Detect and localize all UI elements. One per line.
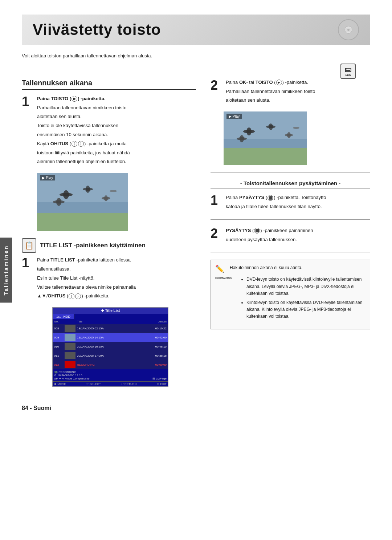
section1-step1: 1 Paina TOISTO (▶) -painiketta. Parhaill… — [22, 95, 196, 167]
tl-thumb — [65, 343, 75, 350]
left-screenshot: ▶ Play — [37, 173, 128, 231]
titlelist-header: 📋 TITLE LIST -painikkeen käyttäminen — [22, 238, 196, 253]
tl-thumb — [65, 352, 75, 359]
tl-thumb — [65, 325, 75, 332]
col-length: Length — [148, 320, 167, 323]
divider3 — [211, 252, 370, 252]
tl-bottom: 📹 RECORDING ⊙ 18/JAN/2005 12:15 SP ✦ V-M… — [53, 369, 168, 381]
svg-point-22 — [269, 123, 273, 130]
hdd-icon: 🖴 HDD — [340, 64, 356, 79]
title-list-section: 📋 TITLE LIST -painikkeen käyttäminen 1 P… — [22, 238, 196, 387]
birds-svg-left — [37, 173, 128, 231]
tl-row: 010 20/JAN/2005 16:55A 00:48:15 — [53, 342, 168, 351]
stop-step1-num: 1 — [211, 194, 221, 207]
divider2 — [211, 219, 370, 220]
tl-thumb — [65, 334, 75, 341]
right-screenshot: ▶ Play — [224, 111, 307, 165]
tl-row: 009 19/JAN/2005 14:15A 00:42:00 — [53, 333, 168, 342]
play-indicator-left: ▶ Play — [40, 175, 55, 180]
svg-point-3 — [338, 28, 359, 32]
pencil-icon: ✏️ — [215, 264, 226, 273]
col-thumb — [65, 320, 75, 323]
step1-number: 1 — [22, 95, 33, 108]
note2-text: DVD-levyn toisto on käytettävissä kiinto… — [241, 276, 366, 322]
titlelist-icon: 📋 — [22, 238, 36, 253]
tl-row: 008 18/JAN/2005 02:15A 00:10:22 — [53, 324, 168, 333]
col-title: Title — [77, 320, 147, 323]
note-row2: HUOMAUTUS DVD-levyn toisto on käytettävi… — [215, 276, 366, 322]
stop-step2-num: 2 — [211, 227, 221, 240]
svg-rect-5 — [37, 213, 128, 231]
col-no: No. — [54, 320, 63, 323]
tl-tab-hdd: 1st : HDD — [53, 314, 74, 319]
stop-step1: 1 Paina PYSÄYTYS (⬛) -painiketta. Toisto… — [211, 194, 370, 212]
right-step2: 2 Paina OK- tai TOISTO (▶) -painiketta. … — [211, 79, 370, 106]
section1-title: Tallennuksen aikana — [22, 79, 92, 87]
right-step2-content: Paina OK- tai TOISTO (▶) -painiketta. Pa… — [226, 79, 370, 106]
tl-tabs: 1st : HDD — [53, 314, 168, 319]
step1-content: Paina TOISTO (▶) -painiketta. Parhaillaa… — [37, 95, 196, 167]
tl-row: 012 RECORDING 00:00:00 — [53, 360, 168, 369]
titlelist-heading: TITLE LIST -painikkeen käyttäminen — [40, 242, 146, 249]
note-row1: ✏️ Hakutoiminnon aikana ei kuulu ääntä. — [215, 264, 366, 273]
right-step2-num: 2 — [211, 79, 221, 92]
title-banner: Viivästetty toisto — [22, 15, 370, 45]
tl-col-headers: No. Title Length — [53, 319, 168, 324]
tl-thumb — [65, 361, 75, 368]
disc-icon — [338, 19, 359, 41]
note1-text: Hakutoiminnon aikana ei kuulu ääntä. — [230, 264, 302, 271]
stop-step1-content: Paina PYSÄYTYS (⬛) -painiketta. Toistonä… — [226, 194, 370, 212]
svg-point-12 — [104, 195, 108, 201]
section2-step1: 1 Paina TITLE LIST -painiketta laitteen … — [22, 256, 196, 301]
tl-row: 011 20/JAN/2005 17:00A 00:38:18 — [53, 351, 168, 360]
svg-point-26 — [240, 135, 244, 142]
huomautus-label: HUOMAUTUS — [215, 276, 237, 279]
svg-point-27 — [293, 127, 299, 129]
note-box: ✏️ Hakutoiminnon aikana ei kuulu ääntä. … — [211, 260, 370, 329]
sidebar-tab: Tallentaminen — [0, 237, 12, 303]
divider1 — [211, 172, 370, 173]
play-indicator-right: ▶ Play — [226, 114, 242, 119]
svg-point-10 — [86, 186, 90, 193]
page-footer: 84 - Suomi — [22, 405, 370, 411]
tl-footer: ≑ MOVE ☞ SELECT ↩ RETURN ⊟ EXIT — [53, 381, 168, 386]
stop-step2-content: PYSÄYTYS (⬛) -painikkeen painaminen uude… — [226, 227, 370, 245]
svg-point-20 — [246, 127, 252, 135]
subsection-title: - Toiston/tallennuksen pysäyttäminen - — [211, 180, 370, 189]
svg-point-14 — [56, 198, 61, 206]
section1-header: Tallennuksen aikana — [22, 79, 196, 90]
birds-svg-right — [224, 111, 307, 165]
page-title: Viivästetty toisto — [33, 21, 359, 38]
left-column: Tallennuksen aikana 1 Paina TOISTO (▶) -… — [22, 79, 196, 390]
stop-step2: 2 PYSÄYTYS (⬛) -painikkeen painaminen uu… — [211, 227, 370, 245]
right-column: 2 Paina OK- tai TOISTO (▶) -painiketta. … — [211, 79, 370, 390]
svg-point-8 — [63, 190, 69, 199]
section2-step1-num: 1 — [22, 256, 33, 269]
section2-step1-content: Paina TITLE LIST -painiketta laitteen ol… — [37, 256, 196, 301]
intro-text: Voit aloittaa toiston parhaillaan tallen… — [22, 52, 196, 60]
title-list-ui: ❖ Title List 1st : HDD No. Title Length … — [52, 307, 168, 387]
svg-point-24 — [287, 132, 291, 138]
tl-title: ❖ Title List — [53, 308, 168, 314]
svg-point-15 — [110, 190, 117, 192]
svg-rect-17 — [224, 148, 307, 165]
